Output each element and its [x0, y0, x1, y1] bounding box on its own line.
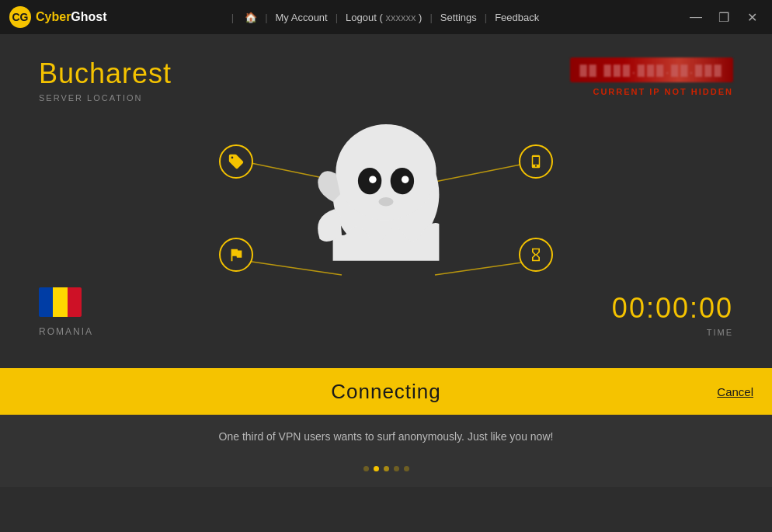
title-bar: CG CyberGhost | 🏠 | My Account | Logout …: [0, 0, 772, 34]
nav-divider: |: [231, 12, 234, 23]
flag-red: [68, 287, 82, 317]
logo-icon: CG: [9, 6, 31, 28]
dot-3: [384, 466, 389, 471]
ip-status: CURRENT IP NOT HIDDEN: [593, 87, 733, 96]
svg-point-9: [402, 176, 409, 183]
flag-icon: [219, 238, 253, 272]
svg-point-7: [369, 176, 377, 183]
bottom-area: One third of VPN users wants to surf ano…: [0, 415, 772, 487]
maximize-button[interactable]: ❒: [713, 6, 735, 28]
ip-area: ██ ███.███.██.███ CURRENT IP NOT HIDDEN: [570, 57, 733, 96]
ghost-mascot: [301, 109, 471, 280]
close-button[interactable]: ✕: [741, 6, 763, 28]
timer-area: 00:00:00 TIME: [612, 292, 733, 337]
hourglass-icon: [519, 238, 553, 272]
nav-feedback[interactable]: Feedback: [493, 12, 541, 23]
price-tag-icon: [219, 144, 253, 179]
dot-5: [404, 466, 409, 471]
flag-svg: [228, 246, 245, 263]
smartphone-svg: [529, 153, 543, 170]
logo-area: CG CyberGhost: [9, 6, 107, 28]
flag-yellow: [53, 287, 67, 317]
flag-blue: [39, 287, 53, 317]
ghost-svg: [312, 113, 460, 276]
nav-logout[interactable]: Logout ( xxxxxx ): [344, 12, 423, 23]
minimize-button[interactable]: —: [685, 6, 707, 28]
country-section: ROMANIA: [39, 287, 386, 337]
price-tag-svg: [228, 153, 245, 170]
dot-1: [363, 466, 369, 471]
connecting-text: Connecting: [331, 380, 441, 404]
ip-blurred: ██ ███.███.██.███: [570, 57, 733, 82]
logo-text: CyberGhost: [36, 10, 107, 24]
nav-settings[interactable]: Settings: [439, 12, 478, 23]
country-name: ROMANIA: [39, 326, 386, 337]
cancel-button[interactable]: Cancel: [717, 385, 753, 398]
nav-bar: | 🏠 | My Account | Logout ( xxxxxx ) | S…: [231, 12, 541, 23]
dot-4: [394, 466, 399, 471]
server-location-label: SERVER LOCATION: [39, 93, 386, 103]
window-controls: — ❒ ✕: [685, 6, 763, 28]
timer-value: 00:00:00: [612, 292, 733, 325]
main-panel: Bucharest SERVER LOCATION ROMANIA: [0, 34, 772, 368]
time-label: TIME: [707, 328, 733, 337]
nav-home[interactable]: 🏠: [243, 12, 259, 23]
svg-point-10: [379, 197, 394, 206]
dot-2: [374, 466, 379, 471]
loading-dots: [363, 466, 409, 471]
nav-my-account[interactable]: My Account: [274, 12, 329, 23]
tip-text: One third of VPN users wants to surf ano…: [219, 430, 554, 443]
connecting-banner: Connecting Cancel: [0, 368, 772, 415]
city-name: Bucharest: [39, 57, 386, 90]
romania-flag: [39, 287, 82, 317]
smartphone-icon: [519, 144, 553, 179]
hourglass-svg: [528, 246, 544, 263]
